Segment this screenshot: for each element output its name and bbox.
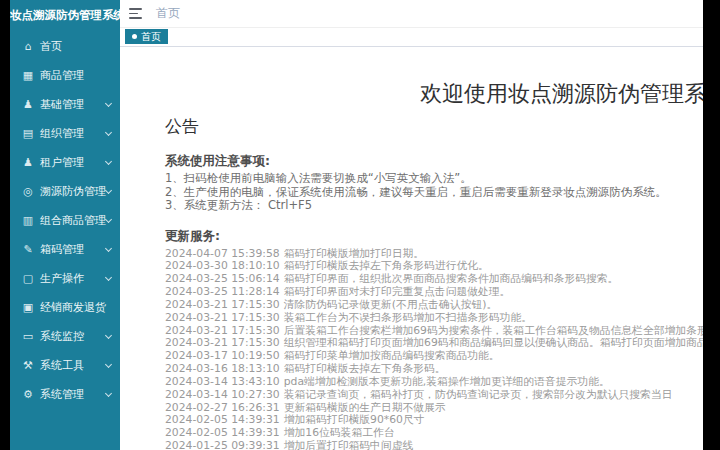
sidebar-item-basic-mgmt[interactable]: ♟ 基础管理	[10, 90, 120, 119]
sidebar-item-combo-goods-mgmt[interactable]: ▥ 组合商品管理	[10, 206, 120, 235]
tools-icon: ⚒	[21, 359, 35, 372]
update-text: 箱码打印横版去掉左下角条形码进行优化。	[284, 259, 489, 272]
update-text: 增加16位码装箱工作台	[284, 426, 395, 439]
updates-heading: 更新服务:	[165, 228, 703, 245]
sidebar-item-label: 商品管理	[40, 68, 84, 83]
main-column: 首页 首页 欢迎使用妆点溯源防伪管理系统 公告 系统使用注意事项: 1、扫码枪使…	[120, 0, 703, 450]
tab-home[interactable]: 首页	[125, 29, 168, 44]
update-log-entry: 2024-01-25 09:39:31增加后置打印箱码中间虚线	[165, 440, 703, 450]
update-time: 2024-04-07 15:39:58	[165, 247, 280, 260]
sidebar-item-trace-antifake-mgmt[interactable]: ◎ 溯源防伪管理	[10, 177, 120, 206]
sidebar-item-goods-mgmt[interactable]: ▦ 商品管理	[10, 61, 120, 90]
user-icon: ♟	[21, 98, 35, 111]
main-content: 欢迎使用妆点溯源防伪管理系统 公告 系统使用注意事项: 1、扫码枪使用前电脑输入…	[120, 47, 703, 450]
update-text: 后置装箱工作台搜索栏增加69码为搜索条件，装箱工作台箱码及物品信息栏全部增加条形…	[284, 324, 703, 337]
update-log-list: 2024-04-07 15:39:58箱码打印横版增加打印日期。 2024-03…	[165, 248, 703, 450]
chevron-down-icon	[105, 274, 112, 281]
update-time: 2024-03-14 13:43:10	[165, 375, 280, 388]
update-time: 2024-02-05 14:39:31	[165, 413, 280, 426]
announcement-section: 公告 系统使用注意事项: 1、扫码枪使用前电脑输入法需要切换成“小写英文输入法”…	[165, 115, 703, 450]
file-icon: ▢	[21, 272, 35, 285]
update-time: 2024-02-27 16:26:31	[165, 401, 280, 414]
update-text: 增加后置打印箱码中间虚线	[284, 439, 414, 450]
sidebar-item-production-ops[interactable]: ▢ 生产操作	[10, 264, 120, 293]
page-title: 欢迎使用妆点溯源防伪管理系统	[420, 79, 703, 109]
update-text: 装箱记录查询页，箱码补打页，防伪码查询记录页，搜索部分改为默认只搜索当日	[284, 388, 673, 401]
update-time: 2024-03-21 17:15:30	[165, 298, 280, 311]
sidebar-item-label: 系统监控	[40, 329, 84, 344]
chevron-down-icon	[105, 158, 112, 165]
update-time: 2024-03-17 10:19:50	[165, 349, 280, 362]
sidebar-item-label: 租户管理	[40, 155, 84, 170]
app-title: 妆点溯源防伪管理系统	[10, 0, 120, 30]
notice-line: 3、系统更新方法： Ctrl+F5	[165, 199, 703, 213]
chevron-down-icon	[105, 216, 112, 223]
gear-icon: ⚙	[21, 388, 35, 401]
update-time: 2024-03-14 10:27:30	[165, 388, 280, 401]
edit-icon: ✎	[21, 243, 35, 256]
update-time: 2024-03-30 18:10:10	[165, 259, 280, 272]
sidebar-item-tenant-mgmt[interactable]: ♟ 租户管理	[10, 148, 120, 177]
tab-label: 首页	[141, 30, 161, 44]
update-text: 装箱工作台为不误扫条形码增加不扫描条形码功能。	[284, 311, 532, 324]
sidebar-item-boxcode-mgmt[interactable]: ✎ 箱码管理	[10, 235, 120, 264]
target-icon: ◎	[21, 185, 35, 198]
monitor-icon: ▭	[21, 330, 35, 343]
sidebar-item-label: 生产操作	[40, 271, 84, 286]
chevron-down-icon	[105, 245, 112, 252]
notice-line: 1、扫码枪使用前电脑输入法需要切换成“小写英文输入法”。	[165, 172, 703, 186]
sidebar-item-org-mgmt[interactable]: ▤ 组织管理	[10, 119, 120, 148]
list-icon: ▥	[21, 214, 35, 227]
chevron-down-icon	[105, 129, 112, 136]
update-time: 2024-03-21 17:15:30	[165, 311, 280, 324]
sidebar-item-system-mgmt[interactable]: ⚙ 系统管理	[10, 380, 120, 409]
sidebar-item-home[interactable]: ⌂ 首页	[10, 32, 120, 61]
sidebar-item-label: 基础管理	[40, 97, 84, 112]
chevron-down-icon	[105, 390, 112, 397]
update-time: 2024-03-25 15:06:14	[165, 272, 280, 285]
home-icon: ⌂	[21, 40, 35, 53]
update-time: 2024-02-05 14:39:31	[165, 426, 280, 439]
update-text: 箱码打印界面，组织批次界面商品搜索条件加商品编码和条形码搜索。	[284, 272, 619, 285]
update-text: 箱码打印横版增加打印日期。	[284, 247, 424, 260]
sidebar-item-label: 箱码管理	[40, 242, 84, 257]
breadcrumb[interactable]: 首页	[156, 5, 180, 22]
announcement-title: 公告	[165, 115, 703, 138]
update-time: 2024-03-21 17:15:30	[165, 336, 280, 349]
app-window: 妆点溯源防伪管理系统 ⌂ 首页 ▦ 商品管理 ♟ 基础管理 ▤ 组织管理	[10, 0, 703, 450]
notice-line: 2、生产使用的电脑，保证系统使用流畅，建议每天重启，重启后需要重新登录妆点溯源防…	[165, 186, 703, 200]
sidebar-item-system-tools[interactable]: ⚒ 系统工具	[10, 351, 120, 380]
sidebar: 妆点溯源防伪管理系统 ⌂ 首页 ▦ 商品管理 ♟ 基础管理 ▤ 组织管理	[10, 0, 120, 450]
sidebar-item-label: 溯源防伪管理	[40, 184, 106, 199]
sidebar-item-label: 组织管理	[40, 126, 84, 141]
return-icon: ▣	[21, 301, 35, 314]
sidebar-item-dealer-returns[interactable]: ▣ 经销商发退货	[10, 293, 120, 322]
topbar: 首页	[120, 0, 703, 28]
chevron-down-icon	[105, 361, 112, 368]
sidebar-item-label: 系统管理	[40, 387, 84, 402]
update-text: 更新箱码横版的生产日期不做展示	[284, 401, 446, 414]
update-text: 箱码打印菜单增加按商品编码搜索商品功能。	[284, 349, 500, 362]
update-time: 2024-03-25 11:28:14	[165, 285, 280, 298]
update-time: 2024-01-25 09:39:31	[165, 439, 280, 450]
sidebar-item-label: 首页	[40, 39, 62, 54]
sidebar-item-label: 经销商发退货	[40, 300, 106, 315]
goods-icon: ▦	[21, 69, 35, 82]
tab-bar: 首页	[120, 28, 703, 47]
collapse-sidebar-icon[interactable]	[129, 8, 142, 18]
chevron-down-icon	[105, 100, 112, 107]
update-time: 2024-03-21 17:15:30	[165, 324, 280, 337]
update-text: 增加箱码打印横版90*60尺寸	[284, 413, 425, 426]
chevron-down-icon	[105, 332, 112, 339]
update-time: 2024-03-16 18:13:10	[165, 362, 280, 375]
update-text: 箱码打印横版去掉左下角条形码。	[284, 362, 446, 375]
sidebar-item-system-monitor[interactable]: ▭ 系统监控	[10, 322, 120, 351]
sidebar-menu: ⌂ 首页 ▦ 商品管理 ♟ 基础管理 ▤ 组织管理 ♟ 租户管理	[10, 32, 120, 409]
sidebar-item-label: 系统工具	[40, 358, 84, 373]
update-text: 箱码打印界面对未打印完重复点击问题做处理。	[284, 285, 511, 298]
update-text: 组织管理和箱码打印页面增加69码和商品编码回显以便确认商品。箱码打印页面增加商品…	[284, 336, 703, 349]
update-text: 清除防伪码记录做更新(不用点击确认按钮)。	[284, 298, 498, 311]
tenant-icon: ♟	[21, 156, 35, 169]
sidebar-item-label: 组合商品管理	[40, 213, 106, 228]
org-icon: ▤	[21, 127, 35, 140]
